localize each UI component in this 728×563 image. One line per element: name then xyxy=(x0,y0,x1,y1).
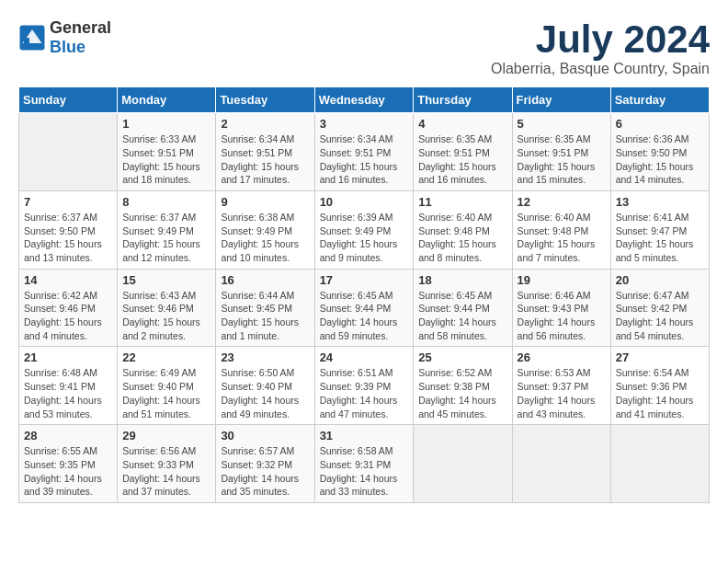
weekday-header-wednesday: Wednesday xyxy=(314,87,414,113)
calendar-cell: 19Sunrise: 6:46 AM Sunset: 9:43 PM Dayli… xyxy=(512,269,610,347)
calendar-week-3: 14Sunrise: 6:42 AM Sunset: 9:46 PM Dayli… xyxy=(19,269,710,347)
day-info: Sunrise: 6:45 AM Sunset: 9:44 PM Dayligh… xyxy=(320,289,409,343)
day-number: 28 xyxy=(24,429,112,442)
calendar-cell: 26Sunrise: 6:53 AM Sunset: 9:37 PM Dayli… xyxy=(512,347,610,425)
calendar-cell: 9Sunrise: 6:38 AM Sunset: 9:49 PM Daylig… xyxy=(216,190,314,269)
day-number: 20 xyxy=(616,273,704,287)
day-number: 8 xyxy=(122,195,210,209)
day-number: 12 xyxy=(518,195,606,209)
calendar-cell: 11Sunrise: 6:40 AM Sunset: 9:48 PM Dayli… xyxy=(414,190,512,269)
weekday-header-row: SundayMondayTuesdayWednesdayThursdayFrid… xyxy=(19,87,710,113)
svg-rect-2 xyxy=(24,38,29,48)
calendar-cell xyxy=(610,425,709,503)
calendar-cell: 18Sunrise: 6:45 AM Sunset: 9:44 PM Dayli… xyxy=(414,269,512,347)
day-number: 7 xyxy=(24,195,112,209)
day-number: 6 xyxy=(616,117,704,131)
day-number: 17 xyxy=(320,273,409,287)
day-number: 19 xyxy=(518,273,606,287)
calendar-cell: 31Sunrise: 6:58 AM Sunset: 9:31 PM Dayli… xyxy=(314,425,414,503)
day-number: 13 xyxy=(616,195,704,209)
calendar-week-4: 21Sunrise: 6:48 AM Sunset: 9:41 PM Dayli… xyxy=(19,347,710,425)
calendar-cell xyxy=(414,425,512,503)
day-number: 31 xyxy=(320,429,409,442)
weekday-header-tuesday: Tuesday xyxy=(216,87,314,113)
day-info: Sunrise: 6:54 AM Sunset: 9:36 PM Dayligh… xyxy=(616,366,704,420)
day-info: Sunrise: 6:49 AM Sunset: 9:40 PM Dayligh… xyxy=(122,366,210,420)
day-info: Sunrise: 6:40 AM Sunset: 9:48 PM Dayligh… xyxy=(418,211,506,265)
day-info: Sunrise: 6:43 AM Sunset: 9:46 PM Dayligh… xyxy=(122,289,210,343)
day-number: 27 xyxy=(616,350,704,364)
day-number: 3 xyxy=(320,117,409,131)
calendar-cell: 5Sunrise: 6:35 AM Sunset: 9:51 PM Daylig… xyxy=(512,113,610,191)
calendar-cell xyxy=(19,113,118,191)
day-number: 2 xyxy=(221,117,309,131)
calendar-cell: 6Sunrise: 6:36 AM Sunset: 9:50 PM Daylig… xyxy=(610,113,709,191)
calendar-week-2: 7Sunrise: 6:37 AM Sunset: 9:50 PM Daylig… xyxy=(19,190,710,269)
day-info: Sunrise: 6:50 AM Sunset: 9:40 PM Dayligh… xyxy=(221,366,309,420)
calendar-week-1: 1Sunrise: 6:33 AM Sunset: 9:51 PM Daylig… xyxy=(19,113,710,191)
day-number: 29 xyxy=(122,429,210,442)
calendar-cell: 20Sunrise: 6:47 AM Sunset: 9:42 PM Dayli… xyxy=(610,269,709,347)
day-info: Sunrise: 6:34 AM Sunset: 9:51 PM Dayligh… xyxy=(221,132,309,187)
day-number: 5 xyxy=(518,117,606,131)
day-number: 24 xyxy=(320,350,409,364)
day-info: Sunrise: 6:38 AM Sunset: 9:49 PM Dayligh… xyxy=(221,211,309,265)
calendar-cell: 12Sunrise: 6:40 AM Sunset: 9:48 PM Dayli… xyxy=(512,190,610,269)
location-title: Olaberria, Basque Country, Spain xyxy=(491,61,710,77)
calendar-cell: 8Sunrise: 6:37 AM Sunset: 9:49 PM Daylig… xyxy=(118,190,216,269)
day-number: 22 xyxy=(122,350,210,364)
calendar-cell: 22Sunrise: 6:49 AM Sunset: 9:40 PM Dayli… xyxy=(118,347,216,425)
calendar-cell xyxy=(512,425,610,503)
weekday-header-friday: Friday xyxy=(512,87,610,113)
calendar-cell: 27Sunrise: 6:54 AM Sunset: 9:36 PM Dayli… xyxy=(610,347,709,425)
calendar-table: SundayMondayTuesdayWednesdayThursdayFrid… xyxy=(18,86,710,503)
calendar-cell: 2Sunrise: 6:34 AM Sunset: 9:51 PM Daylig… xyxy=(216,113,314,191)
logo: General Blue xyxy=(18,18,111,57)
weekday-header-saturday: Saturday xyxy=(610,87,709,113)
weekday-header-sunday: Sunday xyxy=(19,87,118,113)
day-info: Sunrise: 6:48 AM Sunset: 9:41 PM Dayligh… xyxy=(24,366,112,420)
calendar-cell: 24Sunrise: 6:51 AM Sunset: 9:39 PM Dayli… xyxy=(314,347,414,425)
day-info: Sunrise: 6:51 AM Sunset: 9:39 PM Dayligh… xyxy=(320,366,409,420)
day-info: Sunrise: 6:46 AM Sunset: 9:43 PM Dayligh… xyxy=(518,289,606,343)
calendar-cell: 30Sunrise: 6:57 AM Sunset: 9:32 PM Dayli… xyxy=(216,425,314,503)
day-info: Sunrise: 6:33 AM Sunset: 9:51 PM Dayligh… xyxy=(122,132,210,187)
logo-icon xyxy=(18,24,46,52)
calendar-cell: 15Sunrise: 6:43 AM Sunset: 9:46 PM Dayli… xyxy=(118,269,216,347)
day-number: 9 xyxy=(221,195,309,209)
day-info: Sunrise: 6:55 AM Sunset: 9:35 PM Dayligh… xyxy=(24,444,112,499)
day-info: Sunrise: 6:44 AM Sunset: 9:45 PM Dayligh… xyxy=(221,289,309,343)
weekday-header-monday: Monday xyxy=(118,87,216,113)
day-number: 4 xyxy=(418,117,506,131)
day-number: 25 xyxy=(418,350,506,364)
calendar-cell: 21Sunrise: 6:48 AM Sunset: 9:41 PM Dayli… xyxy=(19,347,118,425)
day-number: 10 xyxy=(320,195,409,209)
calendar-cell: 1Sunrise: 6:33 AM Sunset: 9:51 PM Daylig… xyxy=(118,113,216,191)
day-number: 14 xyxy=(24,273,112,287)
day-info: Sunrise: 6:57 AM Sunset: 9:32 PM Dayligh… xyxy=(221,444,309,499)
day-info: Sunrise: 6:53 AM Sunset: 9:37 PM Dayligh… xyxy=(518,366,606,420)
calendar-week-5: 28Sunrise: 6:55 AM Sunset: 9:35 PM Dayli… xyxy=(19,425,710,503)
calendar-cell: 28Sunrise: 6:55 AM Sunset: 9:35 PM Dayli… xyxy=(19,425,118,503)
page-header: General Blue July 2024 Olaberria, Basque… xyxy=(18,18,710,77)
calendar-cell: 4Sunrise: 6:35 AM Sunset: 9:51 PM Daylig… xyxy=(414,113,512,191)
day-info: Sunrise: 6:35 AM Sunset: 9:51 PM Dayligh… xyxy=(418,132,506,187)
calendar-cell: 13Sunrise: 6:41 AM Sunset: 9:47 PM Dayli… xyxy=(610,190,709,269)
day-info: Sunrise: 6:37 AM Sunset: 9:49 PM Dayligh… xyxy=(122,211,210,265)
day-number: 23 xyxy=(221,350,309,364)
day-info: Sunrise: 6:39 AM Sunset: 9:49 PM Dayligh… xyxy=(320,211,409,265)
calendar-cell: 14Sunrise: 6:42 AM Sunset: 9:46 PM Dayli… xyxy=(19,269,118,347)
day-number: 1 xyxy=(122,117,210,131)
day-info: Sunrise: 6:40 AM Sunset: 9:48 PM Dayligh… xyxy=(518,211,606,265)
logo-blue-text: Blue xyxy=(50,38,85,56)
day-number: 16 xyxy=(221,273,309,287)
month-title: July 2024 xyxy=(491,18,710,61)
day-info: Sunrise: 6:52 AM Sunset: 9:38 PM Dayligh… xyxy=(418,366,506,420)
day-info: Sunrise: 6:56 AM Sunset: 9:33 PM Dayligh… xyxy=(122,444,210,499)
calendar-cell: 3Sunrise: 6:34 AM Sunset: 9:51 PM Daylig… xyxy=(314,113,414,191)
day-info: Sunrise: 6:42 AM Sunset: 9:46 PM Dayligh… xyxy=(24,289,112,343)
weekday-header-thursday: Thursday xyxy=(414,87,512,113)
day-number: 18 xyxy=(418,273,506,287)
day-info: Sunrise: 6:34 AM Sunset: 9:51 PM Dayligh… xyxy=(320,132,409,187)
day-info: Sunrise: 6:37 AM Sunset: 9:50 PM Dayligh… xyxy=(24,211,112,265)
